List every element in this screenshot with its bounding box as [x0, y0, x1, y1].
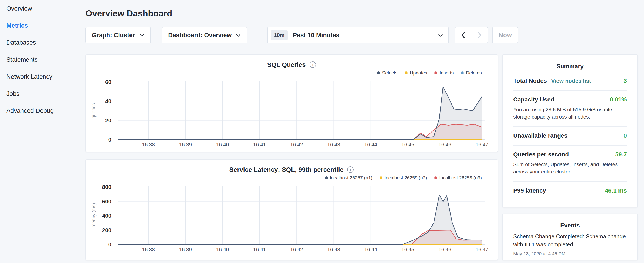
svg-text:60: 60: [105, 79, 112, 85]
chevron-down-icon: [139, 34, 144, 37]
time-range-badge: 10m: [271, 30, 288, 40]
svg-text:0: 0: [108, 136, 112, 143]
summary-value: 46.1 ms: [605, 187, 627, 194]
dashboard-label: Dashboard: Overview: [168, 32, 232, 39]
time-forward-button[interactable]: [471, 27, 488, 43]
sql-queries-chart-card: SQL Queries i SelectsUpdatesInsertsDelet…: [86, 55, 498, 152]
summary-title: Summary: [513, 63, 627, 70]
legend-label: Selects: [382, 70, 397, 76]
svg-text:16:41: 16:41: [253, 142, 266, 147]
sidebar-item-network-latency[interactable]: Network Latency: [0, 68, 86, 85]
graph-scope-dropdown[interactable]: Graph: Cluster: [86, 27, 151, 43]
legend-label: Inserts: [440, 70, 454, 76]
svg-text:i: i: [350, 167, 351, 172]
svg-text:16:38: 16:38: [142, 247, 155, 252]
sql-queries-chart[interactable]: 020406016:3816:3916:4016:4116:4216:4316:…: [86, 79, 498, 151]
svg-text:latency (ms): latency (ms): [91, 203, 96, 228]
chart-header: SQL Queries i: [86, 60, 498, 69]
svg-text:400: 400: [102, 212, 112, 219]
summary-value: 59.7: [615, 151, 627, 158]
service-latency-chart[interactable]: 020040060080016:3816:3916:4016:4116:4216…: [86, 184, 498, 256]
svg-text:16:42: 16:42: [290, 142, 303, 147]
legend-dot: [325, 176, 328, 179]
time-back-button[interactable]: [455, 27, 471, 43]
main-content: Overview Dashboard Graph: Cluster Dashbo…: [86, 0, 644, 263]
summary-row-queries-per-second: Queries per second 59.7 Sum of Selects, …: [513, 146, 627, 182]
summary-description: Sum of Selects, Updates, Inserts, and De…: [513, 161, 627, 175]
events-panel: Events Schema Change Completed: Schema c…: [502, 214, 638, 260]
summary-label: P99 latency: [513, 187, 546, 194]
legend-item[interactable]: Inserts: [434, 70, 454, 76]
svg-text:16:40: 16:40: [216, 142, 229, 147]
svg-text:16:39: 16:39: [179, 247, 192, 252]
summary-panel: Summary Total Nodes View nodes list 3 Ca…: [502, 55, 638, 207]
svg-text:16:47: 16:47: [476, 142, 488, 147]
legend-item[interactable]: Selects: [377, 70, 397, 76]
svg-text:600: 600: [102, 198, 112, 205]
svg-text:16:42: 16:42: [290, 247, 303, 252]
legend-item[interactable]: Updates: [404, 70, 427, 76]
controls-bar: Graph: Cluster Dashboard: Overview 10m P…: [86, 27, 638, 43]
chevron-down-icon: [438, 34, 443, 37]
sidebar-item-metrics[interactable]: Metrics: [0, 17, 86, 34]
svg-text:20: 20: [105, 117, 112, 124]
chart-title: SQL Queries: [267, 61, 306, 68]
svg-text:16:39: 16:39: [179, 142, 192, 147]
svg-text:0: 0: [108, 241, 112, 248]
svg-text:200: 200: [102, 227, 112, 233]
legend-label: localhost:26259 (n2): [384, 175, 427, 181]
chart-legend: SelectsUpdatesInsertsDeletes: [86, 70, 498, 76]
summary-row-total-nodes: Total Nodes View nodes list 3: [513, 72, 627, 91]
summary-value: 0.01%: [610, 96, 627, 103]
legend-dot: [434, 72, 437, 75]
events-title: Events: [513, 222, 627, 229]
info-icon[interactable]: i: [309, 61, 316, 68]
event-list-item[interactable]: Schema Change Completed: Schema change w…: [513, 232, 627, 256]
sidebar-item-overview[interactable]: Overview: [0, 0, 86, 17]
svg-text:16:46: 16:46: [438, 142, 451, 147]
chart-header: Service Latency: SQL, 99th percentile i: [86, 165, 498, 174]
sidebar-item-advanced-debug[interactable]: Advanced Debug: [0, 102, 86, 119]
view-nodes-list-link[interactable]: View nodes list: [551, 78, 591, 84]
time-range-dropdown[interactable]: 10m Past 10 Minutes: [267, 27, 449, 43]
summary-label: Capacity Used: [513, 96, 554, 103]
summary-label: Unavailable ranges: [513, 132, 568, 139]
sidebar-item-databases[interactable]: Databases: [0, 34, 86, 51]
summary-label: Total Nodes: [513, 78, 547, 84]
svg-text:16:45: 16:45: [402, 247, 414, 252]
legend-item[interactable]: localhost:26258 (n3): [434, 175, 482, 181]
chevron-right-icon: [477, 32, 482, 39]
chevron-down-icon: [236, 34, 241, 37]
svg-text:16:45: 16:45: [402, 142, 414, 147]
svg-text:16:40: 16:40: [216, 247, 229, 252]
graph-scope-label: Graph: Cluster: [92, 32, 135, 39]
sidebar-item-statements[interactable]: Statements: [0, 51, 86, 68]
legend-label: localhost:26257 (n1): [330, 175, 372, 181]
event-text: Schema Change Completed: Schema change w…: [513, 232, 627, 248]
now-button[interactable]: Now: [492, 27, 518, 43]
summary-row-unavailable-ranges: Unavailable ranges 0: [513, 127, 627, 146]
dashboard-dropdown[interactable]: Dashboard: Overview: [162, 27, 247, 43]
page-title: Overview Dashboard: [86, 9, 638, 19]
chevron-left-icon: [461, 32, 465, 39]
legend-dot: [380, 176, 382, 179]
svg-text:16:43: 16:43: [327, 142, 340, 147]
sidebar-item-jobs[interactable]: Jobs: [0, 85, 86, 102]
svg-text:16:38: 16:38: [142, 142, 155, 147]
legend-item[interactable]: localhost:26259 (n2): [380, 175, 427, 181]
event-timestamp: May 13, 2020 at 4:45 PM: [513, 251, 627, 256]
svg-text:16:44: 16:44: [364, 247, 377, 252]
legend-item[interactable]: Deletes: [461, 70, 482, 76]
legend-item[interactable]: localhost:26257 (n1): [325, 175, 372, 181]
info-icon[interactable]: i: [347, 166, 354, 173]
chart-title: Service Latency: SQL, 99th percentile: [230, 166, 344, 173]
svg-text:16:44: 16:44: [364, 142, 377, 147]
legend-label: localhost:26258 (n3): [440, 175, 482, 181]
svg-text:16:47: 16:47: [476, 247, 488, 252]
sidebar: Overview Metrics Databases Statements Ne…: [0, 0, 86, 263]
page: Overview Metrics Databases Statements Ne…: [0, 0, 644, 263]
svg-text:i: i: [312, 62, 314, 67]
svg-text:16:41: 16:41: [253, 247, 266, 252]
summary-row-capacity-used: Capacity Used 0.01% You are using 28.6 M…: [513, 91, 627, 127]
summary-label: Queries per second: [513, 151, 569, 158]
